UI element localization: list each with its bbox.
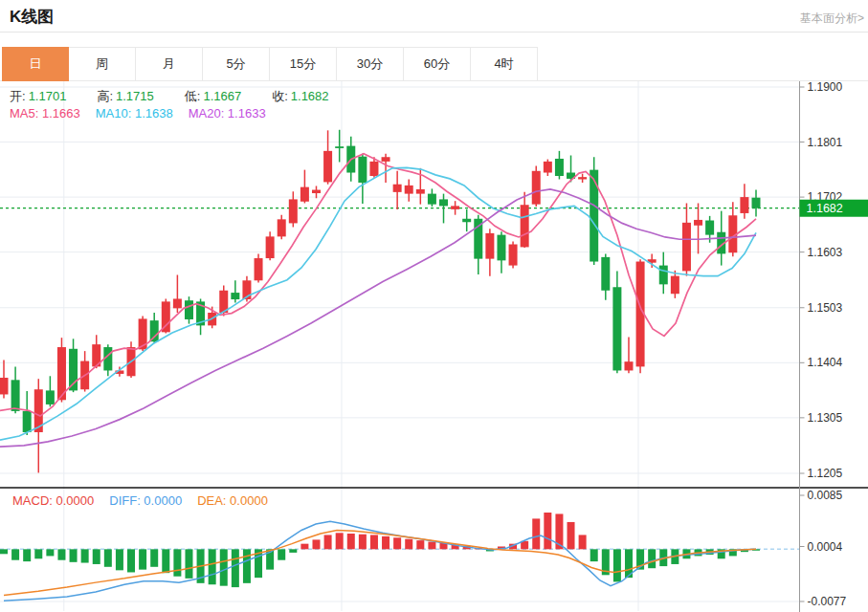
candle-body [752,198,761,208]
candle-body [278,219,286,236]
macd-hist-bar [185,549,192,579]
tab-4hour[interactable]: 4时 [471,47,538,81]
macd-hist-bar [370,535,378,549]
macd-hist-bar [532,518,540,549]
price-axis-label: 1.1305 [808,411,843,425]
macd-hist-bar [393,537,401,549]
candle-body [300,187,309,202]
candle-body [0,378,9,394]
candle-body [532,171,541,205]
candle-body [694,220,702,226]
macd-hist-bar [613,549,621,581]
candle-body [601,257,610,291]
macd-hist-bar [324,535,332,549]
tab-week[interactable]: 周 [69,47,136,81]
macd-hist-bar [289,549,297,553]
candle-body [382,157,390,162]
candle-body [624,361,633,370]
macd-hist-bar [336,533,344,549]
macd-hist-bar [0,549,8,554]
macd-hist-bar [70,549,78,561]
chart-area: 1.19001.18011.17021.16031.15031.14041.13… [0,81,868,612]
macd-hist-bar [568,522,575,549]
candle-body [544,162,552,173]
macd-hist-bar [232,549,239,587]
candle-body [671,276,679,295]
macd-hist-bar [544,513,551,549]
candle-body [173,298,182,308]
candle-body [289,199,298,223]
candle-body [405,186,413,194]
candle-body [740,197,748,213]
candle-body [590,170,598,262]
candle-body [266,236,275,258]
macd-hist-bar [46,549,54,556]
macd-hist-bar [81,549,89,562]
candle-body [612,287,621,370]
candle-body [23,411,32,432]
candle-body [323,151,332,183]
macd-hist-bar [220,549,228,585]
candle-body [705,221,714,235]
tab-5min[interactable]: 5分 [203,47,270,81]
kline-chart-canvas[interactable]: 1.19001.18011.17021.16031.15031.14041.13… [0,81,868,612]
candle-body [439,199,448,206]
candle-body [416,189,425,194]
candle-body [46,390,55,404]
candle-body [393,185,402,192]
macd-hist-bar [150,549,158,566]
price-axis-label: 1.1900 [808,81,843,94]
timeframe-tab-bar: 日周月5分15分30分60分4时 [0,47,868,81]
price-axis-label: 1.1205 [808,467,843,480]
macd-hist-bar [173,549,181,576]
page-title: K线图 [10,6,54,28]
macd-hist-bar [579,535,587,549]
macd-hist-bar [34,549,42,558]
candle-body [150,320,159,341]
candle-body [485,233,494,259]
tab-60min[interactable]: 60分 [404,47,471,81]
macd-hist-bar [428,542,435,550]
macd-axis-label: 0.0085 [808,489,843,502]
macd-hist-bar [209,549,216,584]
candle-body [335,146,344,148]
candle-body [682,223,691,272]
fundamental-analysis-link[interactable]: 基本面分析> [800,11,864,27]
candle-body [462,219,471,222]
candle-body [451,206,459,208]
macd-hist-bar [300,544,308,550]
candle-body [497,235,505,261]
candle-body [428,194,436,205]
tab-month[interactable]: 月 [136,47,203,81]
macd-hist-bar [590,549,598,561]
tab-30min[interactable]: 30分 [337,47,404,81]
macd-hist-bar [23,549,31,561]
macd-hist-bar [162,549,169,573]
macd-hist-bar [116,549,123,570]
macd-axis-label: 0.0004 [808,540,843,554]
candle-body [659,266,668,285]
macd-hist-bar [93,549,100,564]
macd-hist-bar [127,549,135,572]
tab-day[interactable]: 日 [2,47,69,81]
macd-hist-bar [278,549,285,559]
macd-axis-label: -0.0077 [808,595,847,608]
macd-hist-bar [359,535,367,550]
tab-15min[interactable]: 15分 [270,47,337,81]
candle-body [358,157,367,183]
candle-body [11,380,20,411]
price-axis-label: 1.1801 [808,136,843,149]
price-axis-label: 1.1404 [808,356,843,369]
current-price-badge-text: 1.1682 [807,202,843,215]
candle-body [555,159,564,176]
macd-hist-bar [139,549,146,569]
macd-hist-bar [416,540,424,549]
candle-body [509,245,518,266]
candle-body [578,177,587,179]
candle-body [369,162,378,176]
macd-hist-bar [312,539,320,549]
macd-hist-bar [347,534,355,549]
macd-hist-bar [648,549,656,568]
candle-body [255,258,263,280]
macd-hist-bar [243,549,251,582]
